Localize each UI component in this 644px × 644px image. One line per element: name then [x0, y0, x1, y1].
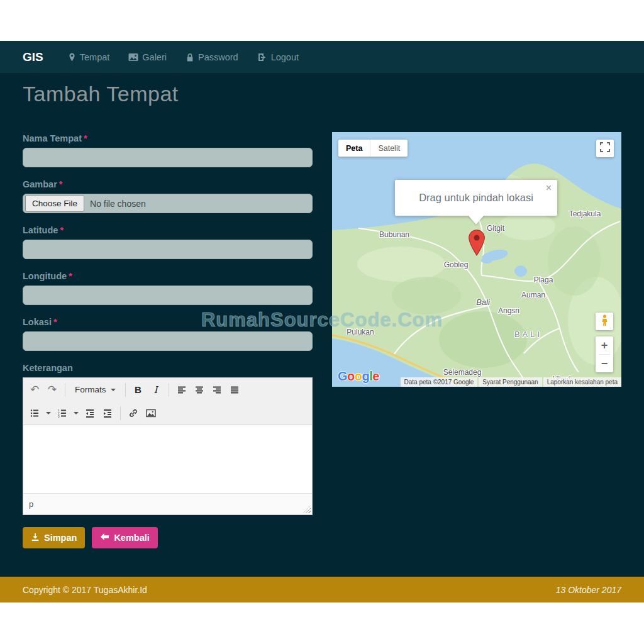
nav-item-label: Galeri [142, 52, 167, 62]
editor-toolbar-row1: ↶ ↷ Formats B I [23, 378, 312, 401]
info-window-tail [468, 215, 484, 225]
fullscreen-button[interactable] [596, 140, 614, 157]
svg-text:3: 3 [58, 415, 60, 418]
map-type-peta-button[interactable]: Peta [338, 140, 370, 157]
insert-image-icon[interactable] [143, 405, 159, 421]
numbered-list-dropdown-icon[interactable] [72, 405, 80, 421]
map-label-bubunan: Bubunan [379, 230, 409, 239]
nav-item-galeri[interactable]: Galeri [119, 41, 176, 73]
map-attribution: Data peta ©2017 Google Syarat Penggunaan… [401, 377, 622, 387]
form-group-nama: Nama Tempat* [23, 133, 313, 167]
longitude-input[interactable] [23, 286, 313, 305]
gambar-label: Gambar* [23, 179, 313, 189]
zoom-control: + − [596, 336, 613, 372]
align-left-icon[interactable] [174, 382, 190, 398]
map-label-plaga: Plaga [534, 275, 553, 284]
align-right-icon[interactable] [209, 382, 225, 398]
editor-element-path[interactable]: p [23, 499, 33, 509]
lock-icon [186, 52, 194, 62]
nav-item-password[interactable]: Password [176, 41, 248, 73]
map-label-pulukan: Pulukan [347, 328, 374, 336]
google-logo-letter: o [347, 369, 355, 383]
indent-icon[interactable] [99, 405, 116, 421]
bold-button[interactable]: B [130, 382, 147, 398]
link-icon[interactable] [125, 405, 142, 421]
required-asterisk: * [84, 133, 87, 143]
chevron-down-icon [111, 389, 116, 391]
terms-link[interactable]: Syarat Penggunaan [479, 377, 541, 387]
content-area: Tambah Tempat Nama Tempat* Gambar* Choos… [0, 73, 644, 577]
gambar-file-input[interactable]: Choose File No file chosen [23, 194, 313, 213]
footer-date: 13 Oktober 2017 [556, 585, 621, 595]
keterangan-editor: ↶ ↷ Formats B I [23, 377, 313, 515]
required-asterisk: * [60, 225, 64, 235]
keterangan-label: Keterangan [23, 363, 313, 373]
italic-button[interactable]: I [148, 382, 164, 398]
map-type-satelit-button[interactable]: Satelit [370, 140, 408, 157]
google-logo-letter: g [362, 369, 370, 383]
nama-tempat-label: Nama Tempat* [23, 133, 313, 143]
nav-item-label: Password [198, 52, 238, 62]
nav-item-logout[interactable]: Logout [248, 41, 308, 73]
map-label-angsri: Angsri [498, 306, 519, 315]
undo-icon[interactable]: ↶ [26, 382, 43, 398]
bullet-list-icon[interactable] [26, 405, 43, 421]
choose-file-button[interactable]: Choose File [25, 195, 84, 212]
google-logo-letter: G [338, 369, 347, 383]
required-asterisk: * [69, 271, 72, 281]
map-label-auman: Auman [521, 291, 545, 299]
justify-icon[interactable] [226, 382, 243, 398]
required-asterisk: * [59, 179, 63, 189]
editor-content-area[interactable] [23, 425, 312, 493]
google-map[interactable]: Tedjakula Bubunan Gitgit Gobleg Plaga Au… [332, 132, 621, 387]
map-data-attribution: Data peta ©2017 Google [401, 377, 478, 387]
form-group-gambar: Gambar* Choose File No file chosen [23, 179, 313, 213]
footer: Copyright © 2017 TugasAkhir.Id 13 Oktobe… [0, 577, 644, 602]
image-icon [128, 53, 138, 62]
editor-resize-handle[interactable] [303, 506, 311, 513]
formats-dropdown[interactable]: Formats [70, 382, 121, 398]
nav-item-tempat[interactable]: Tempat [58, 41, 119, 73]
map-marker-icon [68, 52, 76, 62]
lokasi-input[interactable] [23, 331, 313, 351]
form-actions: Simpan Kembali [23, 527, 313, 548]
info-window-text: Drag untuk pindah lokasi [419, 192, 533, 204]
google-logo[interactable]: Google [338, 369, 379, 384]
zoom-out-button[interactable]: − [596, 355, 613, 372]
form-group-longitude: Longitude* [23, 271, 313, 305]
form-group-keterangan: Keterangan ↶ ↷ Formats B I [23, 363, 313, 515]
pegman-button[interactable] [596, 313, 613, 330]
redo-icon[interactable]: ↷ [44, 382, 60, 398]
required-asterisk: * [53, 317, 57, 327]
map-marker-pin[interactable] [468, 230, 486, 258]
form-group-latitude: Latitude* [23, 225, 313, 259]
simpan-button[interactable]: Simpan [23, 527, 85, 548]
add-place-form: Nama Tempat* Gambar* Choose File No file… [23, 133, 313, 548]
toolbar-divider [125, 383, 126, 397]
map-label-gobleg: Gobleg [444, 260, 469, 269]
footer-copyright: Copyright © 2017 TugasAkhir.Id [23, 585, 147, 595]
align-center-icon[interactable] [191, 382, 208, 398]
fullscreen-icon [600, 142, 610, 155]
toolbar-divider [120, 406, 121, 420]
nama-tempat-input[interactable] [23, 148, 313, 167]
report-error-link[interactable]: Laporkan kesalahan peta [543, 377, 621, 387]
map-terrain [332, 132, 621, 387]
outdent-icon[interactable] [82, 405, 98, 421]
numbered-list-icon[interactable]: 123 [54, 405, 70, 421]
toolbar-divider [169, 383, 169, 397]
zoom-in-button[interactable]: + [596, 336, 613, 354]
file-status-text: No file chosen [90, 199, 146, 209]
map-label-gitgit: Gitgit [487, 224, 504, 233]
brand-gis[interactable]: GIS [23, 50, 43, 64]
map-label-bali-region: BALI [514, 330, 542, 339]
editor-status-bar: p [23, 493, 312, 514]
latitude-input[interactable] [23, 240, 313, 259]
page: GIS Tempat Galeri Password Logout [0, 0, 644, 644]
toolbar-divider [65, 383, 65, 397]
map-type-control: Peta Satelit [338, 140, 408, 157]
kembali-button[interactable]: Kembali [92, 527, 157, 548]
bullet-list-dropdown-icon[interactable] [44, 405, 53, 421]
close-icon[interactable]: × [546, 183, 552, 193]
longitude-label: Longitude* [23, 271, 313, 281]
